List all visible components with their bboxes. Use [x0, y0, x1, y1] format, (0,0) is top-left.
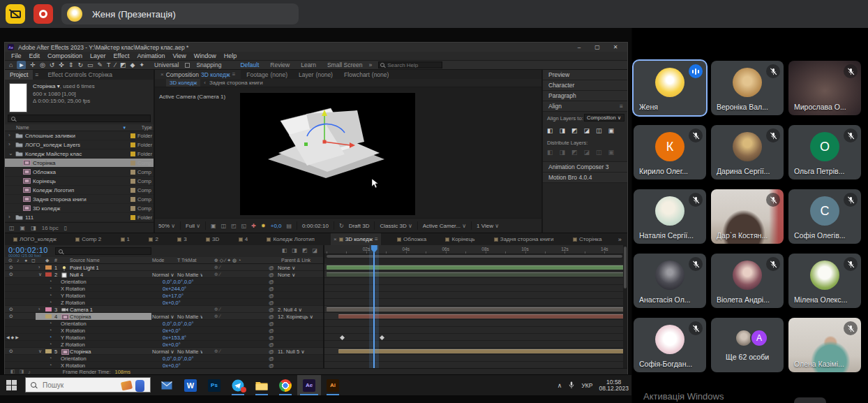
- close-tab-icon[interactable]: ×: [334, 236, 337, 242]
- parent-dropdown[interactable]: None ∨: [278, 272, 320, 278]
- project-row[interactable]: ⌄Коледж Майстер класFolder: [5, 149, 154, 159]
- property-name[interactable]: Orientation: [61, 321, 87, 327]
- menu-help[interactable]: Help: [224, 52, 237, 59]
- layer-row[interactable]: ⊙›3Camera 1⊕ ∕@2. Null 4 ∨: [5, 306, 323, 313]
- microphone-icon[interactable]: [568, 381, 575, 390]
- pickwhip-icon[interactable]: @: [269, 335, 274, 341]
- clone-tool-icon[interactable]: ◩: [120, 61, 126, 69]
- property-row[interactable]: ◔Orientation0,0°,0,0°,0,0°@: [5, 355, 323, 362]
- property-value[interactable]: 0x+153,8°: [163, 335, 186, 341]
- shy-icon[interactable]: ◩: [302, 247, 308, 254]
- property-name[interactable]: Orientation: [61, 356, 87, 362]
- label-swatch[interactable]: [130, 215, 135, 220]
- menu-effect[interactable]: Effect: [114, 52, 130, 59]
- rect-tool-icon[interactable]: ▭: [87, 61, 93, 69]
- snapping-checkbox[interactable]: [185, 63, 190, 68]
- exposure-value[interactable]: +0,0: [271, 223, 282, 229]
- align-button-0[interactable]: ◧: [547, 127, 553, 134]
- participant-tile[interactable]: Олена Казімі...: [788, 318, 861, 372]
- language-indicator[interactable]: УКР: [581, 382, 592, 389]
- expander-icon[interactable]: ∨: [38, 314, 42, 319]
- draft-icon[interactable]: ◨: [292, 247, 297, 254]
- parent-dropdown[interactable]: None ∨: [278, 265, 320, 271]
- layer-name[interactable]: Camera 1: [70, 307, 93, 313]
- pickwhip-icon[interactable]: @: [269, 342, 274, 348]
- label-swatch[interactable]: [130, 152, 135, 156]
- project-row[interactable]: КорінецьComp: [5, 177, 154, 186]
- stopwatch-icon[interactable]: ◔: [49, 321, 52, 325]
- layer-row[interactable]: ⊙∨4СторінкаNormal ∨No Matte ∨⊕ ∕@12. Кор…: [5, 313, 323, 320]
- more-workspaces-chevron[interactable]: »: [369, 61, 373, 68]
- tray-clock[interactable]: 10:5808.12.2023: [599, 379, 629, 392]
- project-row[interactable]: СторінкаComp: [5, 159, 154, 168]
- property-value[interactable]: 0x+17,0°: [163, 293, 184, 299]
- pickwhip-icon[interactable]: @: [269, 349, 274, 355]
- taskbar-app-after-effects[interactable]: Ae: [297, 375, 321, 395]
- participant-tile[interactable]: Женя: [634, 61, 706, 115]
- property-name[interactable]: Y Rotation: [61, 293, 85, 299]
- trkmat-dropdown[interactable]: No Matte ∨: [177, 349, 202, 355]
- property-value[interactable]: 0x+0,0°: [163, 342, 181, 348]
- close-button[interactable]: ✕: [606, 43, 624, 52]
- label-swatch[interactable]: [130, 179, 135, 184]
- property-row[interactable]: ◔Orientation0,0°,0,0°,0,0°@: [5, 320, 323, 327]
- pickwhip-icon[interactable]: @: [269, 293, 274, 299]
- taskbar-app-chrome[interactable]: [274, 375, 297, 395]
- property-row[interactable]: ◔Y Rotation0x+17,0°@: [5, 292, 323, 299]
- menu-window[interactable]: Window: [194, 52, 216, 59]
- trkmat-dropdown[interactable]: No Matte ∨: [177, 314, 202, 320]
- property-row[interactable]: ◔X Rotation0x+0,0°@: [5, 362, 323, 368]
- label-swatch[interactable]: [130, 206, 135, 211]
- pen-tool-icon[interactable]: ✎: [97, 61, 103, 69]
- align-button-4[interactable]: ◫: [596, 127, 602, 134]
- participant-tile[interactable]: Мілена Олекс...: [788, 254, 861, 308]
- property-row[interactable]: ◔Z Rotation0x+0,0°@: [5, 299, 323, 306]
- text-tool-icon[interactable]: T: [107, 61, 111, 69]
- label-swatch[interactable]: [45, 272, 52, 277]
- timeline-tab[interactable]: 4: [236, 233, 250, 246]
- project-row[interactable]: 3D коледжComp: [5, 204, 154, 213]
- home-tool-icon[interactable]: ⌂: [9, 61, 13, 69]
- property-value[interactable]: 0x+244,0°: [163, 286, 186, 292]
- panel-menu-icon[interactable]: ≡: [375, 236, 378, 242]
- workspace-review[interactable]: Review: [270, 61, 290, 68]
- trash-icon[interactable]: ▯: [64, 225, 67, 231]
- distribute-button-2[interactable]: ◩: [571, 149, 578, 156]
- timeline-tab[interactable]: Коледж Логотип: [264, 233, 317, 246]
- property-row[interactable]: ◔X Rotation0x+244,0°@: [5, 285, 323, 292]
- keyframe-diamond[interactable]: [340, 335, 345, 339]
- timeline-tab[interactable]: Корінець: [442, 233, 477, 246]
- align-button-5[interactable]: ▣: [608, 127, 615, 134]
- timeline-tab[interactable]: 3: [174, 233, 189, 246]
- taskbar-app-photoshop[interactable]: Ps: [202, 375, 226, 395]
- stopwatch-icon[interactable]: ◔: [49, 328, 52, 332]
- property-value[interactable]: 0x+0,0°: [163, 362, 181, 368]
- distribute-button-0[interactable]: ◧: [547, 149, 553, 156]
- property-name[interactable]: X Rotation: [61, 328, 85, 334]
- meet-corner-control[interactable]: [794, 397, 826, 403]
- comp-tab-composition[interactable]: ×Composition3D коледж≡: [155, 70, 241, 79]
- timeline-tab[interactable]: 1: [118, 233, 133, 246]
- mode-dropdown[interactable]: Normal ∨: [152, 272, 174, 278]
- workspace-small-screen[interactable]: Small Screen: [327, 61, 363, 68]
- trkmat-dropdown[interactable]: No Matte ∨: [177, 272, 202, 278]
- layer-name[interactable]: Null 4: [70, 272, 83, 278]
- taskbar-search-input[interactable]: [41, 381, 104, 390]
- parent-dropdown[interactable]: 11. Null 5 ∨: [278, 349, 320, 355]
- new-folder-icon[interactable]: ▣: [20, 225, 26, 231]
- participant-tile[interactable]: ККирило Олег...: [634, 125, 706, 179]
- taskbar-app-illustrator[interactable]: Ai: [321, 375, 345, 395]
- distribute-button-3[interactable]: ◪: [584, 149, 590, 156]
- label-swatch[interactable]: [45, 307, 52, 312]
- layer-row[interactable]: ⊙›1Point Light 1⊕ ∕@None ∨: [5, 264, 323, 271]
- participant-tile[interactable]: Дар`я Костян...: [711, 189, 784, 244]
- more-tabs-chevron[interactable]: »: [618, 236, 622, 243]
- layer-duration-bar[interactable]: [338, 314, 624, 318]
- eye-icon[interactable]: ⊙: [9, 314, 13, 319]
- participant-tile[interactable]: ССофія Олегів...: [788, 189, 861, 244]
- property-value[interactable]: 0,0°,0,0°,0,0°: [163, 356, 193, 362]
- keyframe-nav[interactable]: ◀◆▶: [6, 335, 20, 339]
- menu-file[interactable]: File: [11, 52, 22, 59]
- eye-icon[interactable]: ⊙: [9, 349, 13, 354]
- pickwhip-icon[interactable]: @: [269, 362, 274, 368]
